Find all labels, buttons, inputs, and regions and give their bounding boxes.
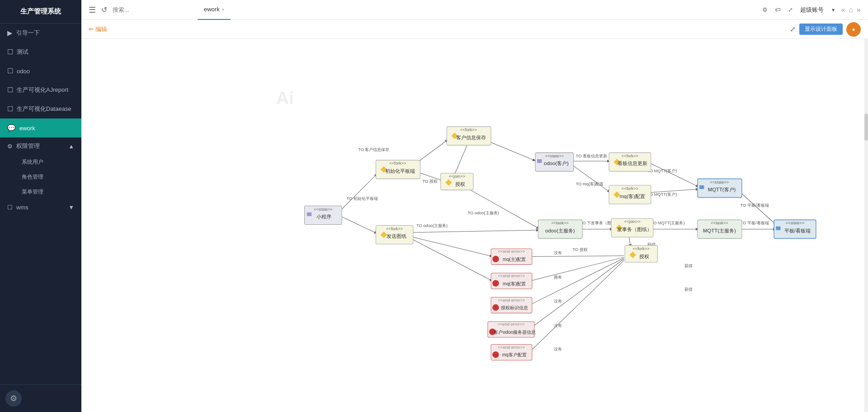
nav-next-icon[interactable]: » (857, 6, 861, 14)
svg-line-2 (339, 173, 378, 213)
sidebar-item-label: 测试 (17, 48, 28, 56)
tab-bar: ework × (198, 0, 757, 20)
svg-line-24 (413, 239, 493, 281)
odoo-icon: ☐ (7, 67, 13, 75)
account-label[interactable]: 超级账号 (800, 6, 824, 14)
scrollbar[interactable] (864, 39, 868, 412)
settings-icon[interactable]: ⚙ (762, 6, 768, 13)
menus-label: 菜单管理 (22, 188, 43, 196)
svg-rect-81 (699, 185, 704, 189)
sidebar-item-dataease[interactable]: ☐ 生产可视化Dataease (0, 99, 81, 118)
svg-text:没有: 没有 (554, 299, 562, 303)
svg-text:<<state>>: <<state>> (710, 180, 729, 185)
permission-icon: ⚙ (7, 143, 13, 150)
svg-text:获得: 获得 (684, 264, 693, 268)
dataease-icon: ☐ (7, 105, 13, 113)
svg-text:<<state>>: <<state>> (314, 207, 333, 212)
sidebar-item-ework[interactable]: 💬 ework (0, 118, 81, 137)
nav-home-icon[interactable]: ⌂ (849, 6, 853, 14)
section-label: 权限管理 (16, 142, 40, 150)
svg-line-6 (454, 144, 468, 176)
svg-text:<<state>>: <<state>> (786, 221, 805, 225)
toolbar: ✏ 编辑 ⤢ 显示设计面板 ● (81, 20, 868, 39)
sidebar: 生产管理系统 ▶ 引导一下 ☐ 测试 ☐ odoo ☐ 生产可视化AJrepor… (0, 0, 81, 412)
svg-text:mq(客)配置: mq(客)配置 (503, 281, 526, 286)
svg-text:发送图纸: 发送图纸 (387, 233, 406, 239)
fullscreen-icon[interactable]: ⤢ (790, 25, 796, 33)
svg-point-111 (492, 304, 499, 311)
svg-text:TO 客户信息保存: TO 客户信息保存 (358, 147, 389, 152)
svg-text:平板/看板端: 平板/看板端 (784, 228, 811, 233)
permission-submenu: 系统用户 角色管理 菜单管理 (0, 155, 81, 199)
edit-icon: ✏ (89, 26, 94, 33)
sidebar-item-label: ework (19, 125, 35, 132)
svg-point-119 (492, 351, 499, 358)
svg-text:<<fork>>: <<fork>> (622, 154, 638, 158)
svg-rect-49 (307, 213, 311, 216)
wms-icon: ☐ (7, 204, 13, 211)
svg-line-22 (528, 260, 624, 353)
test-icon: ☐ (7, 48, 13, 56)
svg-text:TO MQTT(客户): TO MQTT(客户) (647, 192, 677, 197)
user-avatar[interactable]: ● (846, 22, 861, 37)
chevron-up-icon: ▲ (68, 143, 74, 150)
ajreport-icon: ☐ (7, 86, 13, 94)
search-input[interactable] (113, 6, 189, 13)
svg-text:<<fork>>: <<fork>> (460, 128, 477, 132)
svg-text:小程序: 小程序 (316, 214, 331, 219)
sidebar-item-label: odoo (17, 68, 30, 75)
svg-text:TO 看板信息更新: TO 看板信息更新 (576, 154, 607, 158)
sidebar-item-guide[interactable]: ▶ 引导一下 (0, 24, 81, 43)
sidebar-item-label: 生产可视化AJreport (17, 86, 68, 94)
refresh-icon[interactable]: ↺ (101, 5, 107, 14)
tag-icon[interactable]: 🏷 (775, 6, 781, 13)
sidebar-item-odoo[interactable]: ☐ odoo (0, 62, 81, 81)
menu-toggle-icon[interactable]: ☰ (89, 5, 96, 15)
scrollbar-thumb[interactable] (864, 114, 868, 141)
svg-point-103 (492, 256, 499, 262)
flow-diagram: TO 客户信息保存 TO 初始化平板端 TO 授权 TO odoo(主服务) T… (81, 39, 868, 412)
settings-button[interactable]: ⚙ (5, 390, 22, 407)
sidebar-section-permission[interactable]: ⚙ 权限管理 ▲ (0, 137, 81, 155)
sidebar-section-wms[interactable]: ☐ wms ▼ (0, 199, 81, 215)
roles-label: 角色管理 (22, 173, 43, 181)
svg-text:<<fork>>: <<fork>> (622, 186, 638, 191)
svg-text:拥有: 拥有 (554, 275, 562, 279)
tab-close-icon[interactable]: × (222, 7, 224, 12)
nav-prev-icon[interactable]: « (841, 6, 845, 14)
svg-text:<<task>>: <<task>> (711, 221, 728, 225)
account-dropdown-icon[interactable]: ▼ (831, 7, 836, 13)
svg-text:获得: 获得 (684, 287, 693, 292)
svg-text:TO MQTT(客户): TO MQTT(客户) (647, 169, 677, 173)
avatar-icon: ● (852, 26, 855, 33)
svg-rect-69 (537, 159, 542, 163)
sidebar-bottom: ⚙ (0, 384, 81, 412)
design-panel-button[interactable]: 显示设计面板 (799, 24, 843, 35)
svg-text:MQTT(主服务): MQTT(主服务) (703, 228, 736, 233)
toolbar-right: ⤢ 显示设计面板 ● (790, 22, 861, 37)
sidebar-item-menus[interactable]: 菜单管理 (14, 185, 81, 199)
canvas-area[interactable]: TO 客户信息保存 TO 初始化平板端 TO 授权 TO odoo(主服务) T… (81, 39, 868, 412)
sidebar-item-test[interactable]: ☐ 测试 (0, 43, 81, 62)
svg-line-7 (463, 186, 540, 229)
svg-text:TO odoo(主服务): TO odoo(主服务) (468, 211, 499, 215)
svg-text:odoo(客户): odoo(客户) (544, 161, 569, 166)
wms-label: wms (16, 204, 28, 211)
edit-button[interactable]: ✏ 编辑 (89, 25, 107, 33)
svg-text:MQTT(客户): MQTT(客户) (708, 187, 736, 192)
svg-text:客户信息保存: 客户信息保存 (456, 135, 486, 140)
sidebar-item-label: 引导一下 (16, 29, 40, 37)
svg-text:没有: 没有 (554, 251, 562, 255)
sidebar-item-users[interactable]: 系统用户 (14, 155, 81, 170)
sidebar-item-roles[interactable]: 角色管理 (14, 170, 81, 185)
svg-line-19 (528, 257, 624, 282)
expand-icon[interactable]: ⤢ (788, 6, 793, 13)
svg-text:<<fork>>: <<fork>> (386, 227, 403, 231)
svg-text:<<end-error>>: <<end-error>> (498, 249, 525, 254)
tab-ework[interactable]: ework × (198, 0, 231, 20)
tab-label: ework (204, 6, 220, 13)
svg-line-11 (646, 161, 699, 187)
svg-text:<<end-error>>: <<end-error>> (498, 298, 525, 303)
sidebar-item-ajreport[interactable]: ☐ 生产可视化AJreport (0, 81, 81, 99)
svg-line-18 (528, 256, 624, 257)
